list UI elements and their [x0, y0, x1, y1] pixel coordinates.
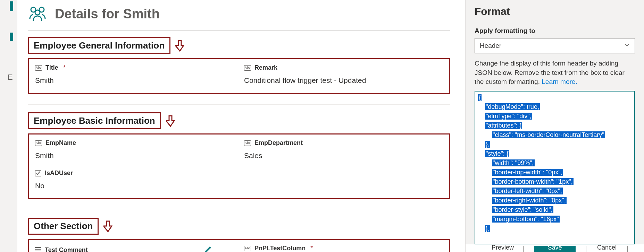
text-field-icon: Abc: [35, 65, 42, 71]
field-label: IsADUser: [45, 170, 73, 177]
details-panel: Details for Smith Employee General Infor…: [17, 0, 465, 252]
save-button[interactable]: Save: [534, 246, 576, 252]
edit-icon[interactable]: [204, 245, 213, 252]
section-block-basic: Abc EmpName Smith Abc EmpDepartment Sale…: [28, 133, 450, 199]
section-divider: [28, 210, 450, 210]
people-icon: [28, 5, 47, 23]
svg-point-2: [35, 10, 40, 15]
format-panel: Format Apply formatting to Header Change…: [465, 0, 644, 252]
header-divider: [28, 31, 450, 31]
text-field-icon: Abc: [244, 246, 251, 251]
required-star: *: [63, 64, 66, 71]
field-isaduser[interactable]: IsADUser No: [35, 170, 234, 190]
section-block-general: Abc Title * Smith Abc Remark Conditional…: [28, 58, 450, 94]
section-block-other: Test Comment Global SharePoint Diary (12…: [28, 239, 450, 252]
chevron-down-icon: [624, 42, 630, 50]
arrow-down-icon: [166, 115, 175, 127]
text-field-icon: Abc: [244, 65, 251, 71]
panel-header: Details for Smith: [28, 1, 450, 31]
multiline-field-icon: [35, 247, 41, 252]
field-value: Smith: [35, 151, 234, 160]
field-value: Conditional flow trigger test - Updated: [244, 76, 443, 85]
field-label: Test Comment: [45, 246, 88, 252]
section-divider: [28, 104, 450, 105]
learn-more-link[interactable]: Learn more.: [542, 78, 577, 85]
field-empdepartment[interactable]: Abc EmpDepartment Sales: [244, 139, 443, 160]
field-empname[interactable]: Abc EmpName Smith: [35, 139, 234, 160]
arrow-down-icon: [103, 220, 112, 232]
preview-button[interactable]: Preview: [482, 246, 524, 252]
field-value: Sales: [244, 151, 443, 160]
format-button-row: Preview Save Cancel: [466, 244, 644, 252]
field-label: EmpDepartment: [254, 139, 303, 147]
cancel-button[interactable]: Cancel: [586, 246, 628, 252]
checkbox-field-icon: [35, 170, 41, 176]
format-help-text: Change the display of this form header b…: [475, 59, 635, 87]
rail-clipped-label: E: [8, 73, 13, 82]
page-title: Details for Smith: [55, 7, 160, 21]
field-value: Smith: [35, 76, 234, 85]
arrow-down-icon: [175, 40, 184, 52]
field-remark[interactable]: Abc Remark Conditional flow trigger test…: [244, 64, 443, 85]
json-editor[interactable]: { "debugMode": true, "elmType": "div", "…: [475, 91, 635, 244]
apply-formatting-value: Header: [480, 42, 501, 50]
field-test-comment[interactable]: Test Comment Global SharePoint Diary (12…: [35, 245, 234, 252]
apply-formatting-label: Apply formatting to: [475, 27, 635, 35]
field-pnpltestcolumn[interactable]: Abc PnPLTestColumn * Test Value: [244, 245, 443, 252]
rail-marker-mid: [10, 33, 13, 41]
field-label: EmpName: [45, 139, 76, 147]
text-field-icon: Abc: [244, 140, 251, 146]
left-rail: E: [0, 0, 17, 252]
apply-formatting-select[interactable]: Header: [475, 38, 635, 53]
section-heading-general: Employee General Information: [28, 37, 170, 54]
field-title[interactable]: Abc Title * Smith: [35, 64, 234, 85]
section-heading-other: Other Section: [28, 218, 99, 235]
format-title: Format: [475, 6, 635, 17]
text-field-icon: Abc: [35, 140, 42, 146]
rail-marker-top: [10, 1, 13, 11]
section-heading-basic: Employee Basic Information: [28, 112, 161, 129]
required-star: *: [310, 245, 313, 252]
field-label: Remark: [254, 64, 277, 71]
field-value: No: [35, 182, 234, 190]
field-label: Title: [45, 64, 58, 71]
field-label: PnPLTestColumn: [254, 245, 306, 252]
